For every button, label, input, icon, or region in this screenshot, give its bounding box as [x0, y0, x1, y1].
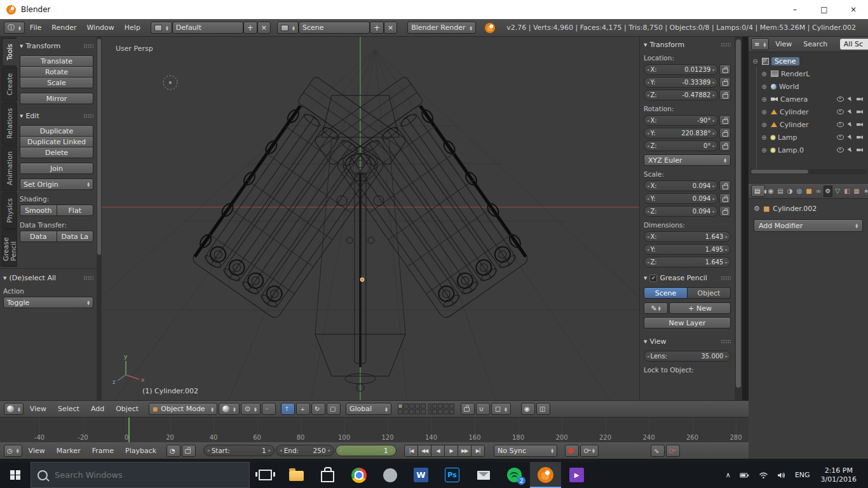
taskbar-clock[interactable]: 2:16 PM 3/01/2016	[815, 466, 863, 484]
toolshelf-tab-physics[interactable]: Physics	[2, 193, 17, 229]
object-origin-dot[interactable]	[360, 278, 364, 281]
layer-cell[interactable]	[449, 403, 454, 409]
redo-panel-header[interactable]: ▼ (De)select All	[3, 274, 93, 282]
taskbar-github[interactable]	[374, 462, 405, 488]
manipulator-rotate-button[interactable]: ↻	[311, 403, 325, 415]
editor-type-button[interactable]: ▤ ▲▼	[751, 185, 765, 197]
render-engine-select[interactable]: Blender Render ▲▼	[407, 22, 476, 34]
increment-icon[interactable]: ▸	[712, 184, 715, 189]
scrollbar-thumb[interactable]	[751, 170, 808, 173]
jump-to-start-button[interactable]: |◀	[404, 445, 418, 457]
increment-icon[interactable]: ▸	[712, 80, 715, 85]
menu-file[interactable]: File	[25, 24, 46, 32]
lock-layers-toggle[interactable]	[461, 403, 475, 415]
expand-icon[interactable]: ⊕	[760, 147, 768, 154]
outliner-item-camera[interactable]: ⊕Camera	[749, 93, 868, 105]
viewport-3d[interactable]: y x z User Persp (1) Cylinder.002	[102, 37, 639, 400]
eye-icon[interactable]	[837, 147, 844, 152]
rotate-button[interactable]: Rotate	[20, 66, 93, 78]
add-scene-button[interactable]	[370, 22, 384, 34]
grease-pencil-panel-header[interactable]: ▼ ✓ Grease Pencil	[644, 274, 731, 282]
start-button[interactable]	[0, 462, 31, 488]
layer-cell[interactable]	[432, 403, 437, 409]
mirror-button[interactable]: Mirror	[20, 93, 93, 104]
decrement-icon[interactable]: ◂	[207, 448, 210, 453]
viewport-menu-add[interactable]: Add	[86, 405, 109, 413]
properties-tab-object[interactable]: ■	[804, 186, 813, 197]
tool-shelf-scrollbar[interactable]	[97, 37, 102, 400]
taskbar-search[interactable]	[31, 462, 250, 488]
timeline-menu-marker[interactable]: Marker	[51, 447, 86, 455]
viewport-shading-dropdown[interactable]: ▲▼	[219, 403, 240, 415]
taskbar-word[interactable]: W	[405, 462, 437, 488]
toolshelf-tab-tools[interactable]: Tools	[2, 38, 17, 66]
decrement-icon[interactable]: ◂	[647, 131, 649, 136]
delete-button[interactable]: Delete	[20, 147, 93, 158]
outliner-item-cylinder[interactable]: ⊕Cylinder	[749, 118, 868, 131]
next-keyframe-button[interactable]: ▶▶	[458, 445, 471, 457]
gp-source-scene-tab[interactable]: Scene	[644, 287, 688, 299]
translate-button[interactable]: Translate	[20, 55, 93, 67]
layer-cell[interactable]	[449, 409, 454, 414]
outliner-menu-search[interactable]: Search	[798, 40, 832, 48]
layer-cell[interactable]	[438, 403, 443, 409]
pivot-point-dropdown[interactable]: ⊙ ▲▼	[241, 403, 261, 415]
grease-pencil-checkbox[interactable]: ✓	[649, 274, 657, 282]
taskbar-store[interactable]	[312, 462, 343, 488]
layer-cell[interactable]	[415, 403, 420, 409]
remove-scene-button[interactable]	[384, 22, 397, 34]
renderable-icon[interactable]	[857, 123, 863, 126]
properties-tab-render-layers[interactable]: ▤	[776, 186, 785, 197]
decrement-icon[interactable]: ◂	[647, 209, 649, 214]
scale-lock-z-[interactable]	[719, 206, 731, 217]
expand-icon[interactable]: ⊕	[760, 96, 768, 103]
layer-cell[interactable]	[403, 409, 409, 414]
outliner-item-lamp-0[interactable]: ⊕Lamp.0	[749, 144, 868, 156]
increment-icon[interactable]: ▸	[712, 209, 715, 214]
increment-icon[interactable]: ▸	[725, 247, 728, 252]
location-field-y-[interactable]: ◂Y:-0.33389▸	[644, 77, 718, 88]
rotation-lock-x-[interactable]	[719, 115, 731, 126]
add-screen-layout-button[interactable]	[243, 22, 257, 34]
properties-tab-constraints[interactable]: ∞	[814, 186, 823, 197]
decrement-icon[interactable]: ◂	[647, 93, 649, 98]
decrement-icon[interactable]: ◂	[280, 448, 282, 453]
rotation-lock-z-[interactable]	[719, 140, 731, 151]
expand-icon[interactable]: ⊕	[760, 109, 768, 116]
layer-cell[interactable]	[432, 409, 437, 414]
decrement-icon[interactable]: ◂	[647, 184, 649, 189]
lamp-widget[interactable]	[163, 76, 177, 90]
gp-data-browse-button[interactable]: ✎ ▲▼	[644, 302, 668, 314]
viewport-menu-object[interactable]: Object	[111, 405, 144, 413]
close-button[interactable]: ×	[839, 0, 868, 19]
language-indicator[interactable]: ENG	[790, 471, 815, 479]
decrement-icon[interactable]: ◂	[647, 144, 649, 149]
scene-browse-button[interactable]: ▲▼	[277, 22, 299, 34]
eye-icon[interactable]	[837, 97, 844, 102]
dimensions-field-z-[interactable]: ◂Z:1.645▸	[644, 257, 731, 268]
expand-icon[interactable]: ⊕	[760, 71, 768, 78]
increment-icon[interactable]: ▸	[712, 118, 715, 123]
frame-end-field[interactable]: ◂ End: 250 ▸	[276, 445, 334, 456]
decrement-icon[interactable]: ◂	[647, 196, 649, 201]
transform-panel-header[interactable]: ▼ Transform	[644, 41, 731, 49]
scale-field-z-[interactable]: ◂Z:0.094▸	[644, 206, 718, 217]
transform-panel-header[interactable]: ▼ Transform	[20, 42, 93, 50]
outliner-item-world[interactable]: ⊕World	[749, 80, 868, 93]
layer-cell[interactable]	[398, 409, 403, 414]
editor-type-button[interactable]: ◷ ▲▼	[4, 445, 22, 457]
play-button[interactable]: ▶	[444, 445, 458, 457]
timeline-menu-frame[interactable]: Frame	[87, 447, 119, 455]
selectable-icon[interactable]	[848, 121, 853, 127]
expand-icon[interactable]: ⊕	[760, 134, 768, 141]
layer-cell[interactable]	[444, 409, 449, 414]
decrement-icon[interactable]: ◂	[647, 80, 649, 85]
selectable-icon[interactable]	[848, 147, 853, 152]
tray-caret-icon[interactable]: ∧	[721, 471, 735, 479]
prev-keyframe-button[interactable]: ◀◀	[417, 445, 431, 457]
scale-button[interactable]: Scale	[20, 77, 93, 88]
viewport-menu-select[interactable]: Select	[53, 405, 85, 413]
decrement-icon[interactable]: ◂	[647, 260, 649, 265]
collapse-icon[interactable]: ⊖	[751, 58, 759, 65]
properties-tab-world[interactable]: ◍	[795, 186, 804, 197]
